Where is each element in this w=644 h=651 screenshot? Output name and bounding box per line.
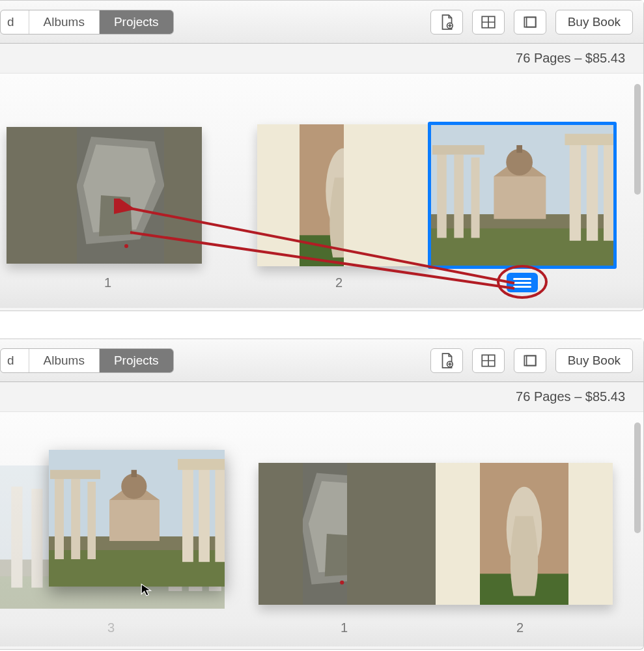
page-1-left[interactable] — [259, 463, 347, 605]
page-2-label: 2 — [335, 275, 343, 290]
page-1-label: 1 — [104, 275, 111, 290]
page-2-middle-gap[interactable] — [344, 124, 430, 266]
photo-stone-block — [77, 127, 164, 264]
page-count-price: 76 Pages – $85.43 — [516, 51, 625, 66]
mouse-cursor-icon — [140, 583, 154, 597]
add-page-button[interactable] — [430, 10, 463, 35]
page-2-label: 2 — [516, 620, 524, 635]
svg-rect-17 — [494, 176, 546, 219]
tab-albums[interactable]: Albums — [29, 349, 100, 372]
book-settings-icon — [522, 14, 539, 31]
tab-prev-partial[interactable]: d — [1, 10, 29, 34]
info-bar: 76 Pages – $85.43 — [0, 382, 643, 412]
buy-book-button[interactable]: Buy Book — [555, 10, 633, 35]
svg-rect-55 — [71, 479, 80, 559]
page-1-2-spread[interactable] — [259, 463, 613, 605]
photo-roman-forum — [430, 124, 614, 266]
svg-point-71 — [516, 489, 533, 508]
page-1-right[interactable] — [104, 127, 202, 264]
page-2-right-photo-slot[interactable] — [430, 124, 614, 266]
caption-lines-icon — [513, 278, 531, 280]
svg-rect-27 — [604, 145, 614, 241]
photos-book-window-before: d Albums Projects Buy — [0, 0, 644, 311]
svg-rect-43 — [31, 489, 42, 588]
svg-rect-58 — [182, 466, 193, 562]
svg-rect-57 — [50, 470, 100, 479]
info-bar: 76 Pages – $85.43 — [0, 44, 643, 74]
svg-rect-22 — [454, 155, 464, 238]
page-count-price: 76 Pages – $85.43 — [516, 389, 625, 404]
add-page-icon — [438, 352, 455, 369]
drag-ghost-page[interactable] — [49, 450, 225, 587]
page-2-left[interactable] — [257, 124, 344, 266]
vertical-scrollbar[interactable] — [634, 422, 641, 533]
add-page-button[interactable] — [430, 348, 463, 373]
svg-rect-54 — [55, 477, 64, 559]
toolbar: d Albums Projects Buy — [0, 1, 643, 44]
page-3-label: 3 — [107, 620, 115, 635]
vertical-scrollbar[interactable] — [634, 84, 641, 195]
toolbar: d Albums Projects Buy — [0, 339, 643, 382]
add-page-icon — [438, 14, 455, 31]
svg-rect-24 — [432, 145, 484, 155]
svg-rect-50 — [109, 500, 160, 541]
photo-statue — [480, 463, 568, 605]
book-settings-button[interactable] — [514, 10, 546, 35]
tab-projects[interactable]: Projects — [100, 10, 173, 34]
svg-point-67 — [340, 581, 344, 585]
toolbar-right-group: Buy Book — [430, 348, 633, 373]
svg-rect-59 — [199, 468, 210, 562]
spread-area[interactable]: 1 — [0, 74, 643, 308]
svg-rect-3 — [526, 17, 535, 27]
page-2-right[interactable] — [524, 463, 613, 605]
toolbar-right-group: Buy Book — [430, 10, 633, 35]
book-settings-icon — [522, 352, 539, 369]
layout-grid-icon — [480, 14, 497, 31]
photo-roman-forum — [49, 450, 225, 587]
buy-book-button[interactable]: Buy Book — [555, 348, 633, 373]
layout-grid-icon — [480, 352, 497, 369]
svg-rect-25 — [570, 141, 581, 241]
view-segmented-control: d Albums Projects — [0, 348, 174, 373]
svg-rect-35 — [526, 355, 535, 365]
caption-toggle-button[interactable] — [507, 273, 538, 292]
tab-albums[interactable]: Albums — [29, 10, 100, 34]
tab-projects[interactable]: Projects — [100, 349, 173, 372]
svg-rect-42 — [11, 486, 22, 587]
svg-rect-23 — [471, 158, 480, 238]
svg-point-8 — [124, 244, 128, 248]
svg-point-19 — [506, 149, 533, 176]
svg-marker-7 — [99, 195, 132, 236]
svg-rect-56 — [87, 482, 96, 559]
layout-button[interactable] — [472, 10, 505, 35]
svg-rect-26 — [587, 143, 598, 241]
book-settings-button[interactable] — [514, 348, 546, 373]
layout-button[interactable] — [472, 348, 505, 373]
page-2-spread[interactable] — [257, 124, 430, 266]
svg-rect-21 — [437, 153, 447, 238]
svg-rect-61 — [178, 459, 225, 470]
svg-point-52 — [121, 473, 147, 499]
svg-rect-20 — [516, 145, 522, 153]
svg-rect-53 — [132, 470, 137, 477]
svg-marker-62 — [141, 584, 150, 596]
svg-rect-60 — [215, 470, 225, 562]
view-segmented-control: d Albums Projects — [0, 10, 174, 35]
spread-area[interactable]: 3 — [0, 412, 643, 646]
page-1-spread[interactable] — [7, 127, 202, 264]
tab-prev-partial[interactable]: d — [1, 349, 29, 372]
svg-rect-28 — [565, 134, 614, 145]
page-1-label: 1 — [341, 620, 348, 635]
page-1-right[interactable] — [347, 463, 436, 605]
photos-book-window-after: d Albums Projects Buy — [0, 339, 644, 650]
